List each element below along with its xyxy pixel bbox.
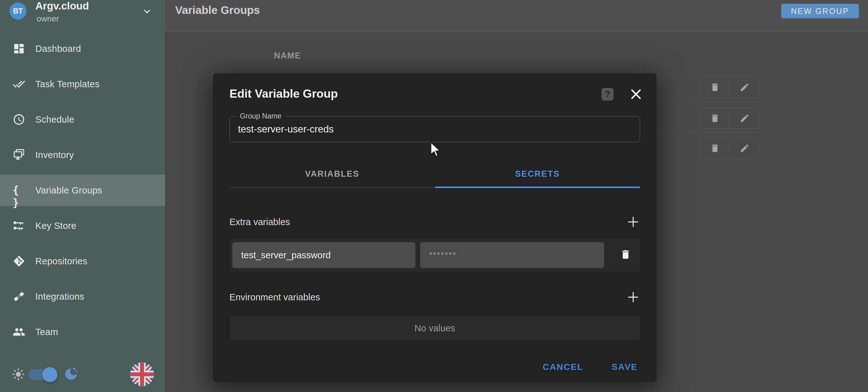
workspace-switcher[interactable]: BT Argv.cloud owner [0, 0, 165, 33]
table-row-actions [700, 138, 760, 159]
group-name-input[interactable] [230, 117, 640, 142]
delete-button[interactable] [700, 108, 730, 129]
environment-variables-heading: Environment variables [229, 292, 320, 303]
new-group-button[interactable]: NEW GROUP [781, 4, 859, 18]
people-icon [12, 326, 25, 338]
sidebar-item-schedule[interactable]: Schedule [0, 104, 165, 135]
sidebar: BT Argv.cloud owner Dashboard Task Templ… [0, 0, 165, 392]
sidebar-item-label: Key Store [35, 221, 76, 231]
sidebar-nav: Dashboard Task Templates Schedule Inve [0, 33, 165, 352]
clock-icon [12, 113, 25, 126]
sidebar-item-label: Repositories [35, 256, 87, 267]
dialog-footer: CANCEL SAVE [213, 357, 656, 377]
extra-variables-section: Extra variables [229, 215, 640, 229]
page-title: Variable Groups [175, 4, 260, 17]
group-name-field: Group Name [229, 116, 640, 142]
table-row-actions [700, 108, 760, 129]
sidebar-item-label: Schedule [35, 114, 74, 125]
empty-state: No values [229, 315, 640, 341]
group-name-label: Group Name [237, 112, 285, 120]
tab-variables[interactable]: VARIABLES [229, 164, 435, 184]
edit-button[interactable] [730, 108, 760, 129]
dashboard-icon [12, 43, 25, 55]
sidebar-item-inventory[interactable]: Inventory [0, 139, 165, 171]
topbar: Variable Groups NEW GROUP [165, 0, 868, 32]
sidebar-item-key-store[interactable]: Key Store [0, 210, 165, 242]
keys-icon [12, 219, 25, 232]
add-variable-button[interactable] [626, 215, 640, 229]
sidebar-item-integrations[interactable]: Integrations [0, 281, 165, 312]
sidebar-item-label: Integrations [35, 291, 84, 302]
done-all-icon [12, 78, 25, 90]
sidebar-item-variable-groups[interactable]: { } Variable Groups [0, 174, 165, 206]
sidebar-item-label: Inventory [35, 150, 74, 160]
language-flag-uk[interactable] [130, 362, 154, 386]
chevron-down-icon [141, 5, 153, 18]
sidebar-item-label: Variable Groups [35, 185, 102, 196]
environment-variables-section: Environment variables [229, 290, 640, 304]
sidebar-item-task-templates[interactable]: Task Templates [0, 68, 165, 100]
close-icon[interactable] [629, 87, 643, 101]
light-mode-icon [11, 367, 25, 381]
sidebar-item-dashboard[interactable]: Dashboard [0, 33, 165, 64]
sidebar-item-repositories[interactable]: Repositories [0, 245, 165, 277]
toggle-knob [42, 367, 57, 382]
workspace-name: Argv.cloud [35, 0, 89, 12]
git-icon [12, 255, 25, 268]
sidebar-item-label: Task Templates [35, 79, 100, 89]
table-row-actions [700, 77, 760, 98]
dialog-title: Edit Variable Group [229, 87, 338, 101]
add-environment-variable-button[interactable] [626, 290, 640, 304]
secret-variable-row [229, 239, 640, 272]
edit-button[interactable] [730, 138, 760, 159]
monitor-icon [12, 148, 25, 161]
extra-variables-heading: Extra variables [229, 217, 290, 227]
tab-bar: VARIABLES SECRETS [229, 164, 640, 189]
sidebar-item-label: Team [35, 327, 58, 337]
delete-button[interactable] [700, 138, 730, 159]
edit-variable-group-dialog: Edit Variable Group ? Group Name VARIABL… [213, 73, 656, 382]
avatar: BT [9, 2, 27, 20]
cancel-button[interactable]: CANCEL [542, 362, 583, 372]
delete-button[interactable] [700, 77, 730, 98]
avatar-initials: BT [13, 7, 23, 16]
workspace-role: owner [37, 14, 59, 24]
braces-icon: { } [12, 184, 25, 197]
save-button[interactable]: SAVE [612, 362, 638, 372]
sidebar-item-label: Dashboard [35, 44, 81, 54]
column-header-name: NAME [274, 51, 301, 61]
plug-icon [12, 290, 25, 303]
empty-state-text: No values [414, 323, 455, 334]
variable-name-input[interactable] [232, 242, 415, 268]
tab-secrets[interactable]: SECRETS [435, 164, 641, 184]
question-mark-icon: ? [605, 89, 611, 99]
theme-toggle[interactable] [28, 369, 56, 380]
edit-button[interactable] [730, 77, 760, 98]
sidebar-item-team[interactable]: Team [0, 316, 165, 348]
variable-secret-input[interactable] [420, 242, 604, 268]
active-tab-indicator [435, 187, 641, 188]
dark-mode-icon [64, 367, 78, 381]
help-button[interactable]: ? [601, 88, 614, 101]
delete-variable-icon[interactable] [620, 249, 632, 261]
